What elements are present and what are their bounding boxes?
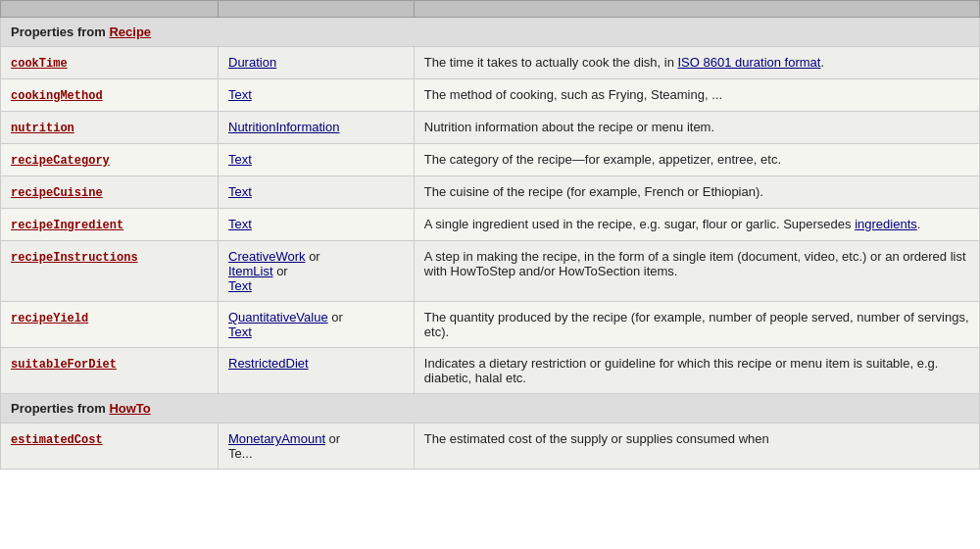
type-cell: QuantitativeValue or Text — [219, 302, 415, 348]
property-cell: recipeYield — [1, 302, 219, 348]
type-cell: Text — [219, 79, 415, 112]
type-cell: CreativeWork or ItemList or Text — [219, 241, 415, 302]
property-cell: recipeCategory — [1, 144, 219, 176]
table-row: recipeCuisineTextThe cuisine of the reci… — [1, 176, 980, 209]
property-name[interactable]: suitableForDiet — [11, 358, 117, 372]
property-name[interactable]: recipeInstructions — [11, 251, 138, 265]
type-link[interactable]: ItemList — [228, 264, 273, 278]
section-header-cell: Properties from HowTo — [1, 394, 980, 424]
table-row: nutritionNutritionInformationNutrition i… — [1, 112, 980, 144]
type-separator: or — [328, 310, 343, 324]
table-row: recipeCategoryTextThe category of the re… — [1, 144, 980, 176]
description-cell: The time it takes to actually cook the d… — [414, 47, 979, 79]
property-name[interactable]: recipeCuisine — [11, 186, 103, 200]
property-name[interactable]: cookTime — [11, 57, 68, 71]
property-cell: recipeInstructions — [1, 241, 219, 302]
type-cell: Duration — [219, 47, 415, 79]
description-cell: The cuisine of the recipe (for example, … — [414, 176, 979, 209]
property-cell: estimatedCost — [1, 424, 219, 470]
type-separator: or — [306, 249, 320, 264]
section-link[interactable]: Recipe — [109, 25, 151, 39]
description-cell: A step in making the recipe, in the form… — [414, 241, 979, 302]
table-row: suitableForDietRestrictedDietIndicates a… — [1, 348, 980, 394]
type-link[interactable]: Text — [228, 87, 252, 102]
type-link[interactable]: NutritionInformation — [228, 120, 339, 134]
property-cell: nutrition — [1, 112, 219, 144]
property-cell: recipeIngredient — [1, 209, 219, 241]
type-cell: RestrictedDiet — [219, 348, 415, 394]
description-cell: The estimated cost of the supply or supp… — [414, 424, 979, 470]
section-label: Properties from — [11, 25, 109, 39]
description-cell: A single ingredient used in the recipe, … — [414, 209, 979, 241]
type-cell: Text — [219, 209, 415, 241]
type-link[interactable]: Duration — [228, 55, 276, 70]
property-cell: cookTime — [1, 47, 219, 79]
property-name[interactable]: estimatedCost — [11, 433, 103, 447]
section-header-cell: Properties from Recipe — [1, 18, 980, 47]
type-link[interactable]: RestrictedDiet — [228, 356, 309, 371]
type-text: Te... — [228, 446, 253, 461]
header-property — [1, 1, 219, 18]
property-name[interactable]: nutrition — [11, 122, 74, 135]
property-cell: cookingMethod — [1, 79, 219, 112]
section-header: Properties from Recipe — [1, 18, 980, 47]
table-row: recipeIngredientTextA single ingredient … — [1, 209, 980, 241]
type-cell: Text — [219, 144, 415, 176]
type-link[interactable]: Text — [228, 278, 252, 293]
section-header: Properties from HowTo — [1, 394, 980, 424]
property-cell: recipeCuisine — [1, 176, 219, 209]
type-link[interactable]: Text — [228, 324, 252, 339]
property-cell: suitableForDiet — [1, 348, 219, 394]
description-cell: Nutrition information about the recipe o… — [414, 112, 979, 144]
type-link[interactable]: MonetaryAmount — [228, 431, 325, 446]
description-cell: Indicates a dietary restriction or guide… — [414, 348, 979, 394]
header-description — [414, 1, 979, 18]
type-separator: or — [273, 264, 288, 278]
header-expected-type — [219, 1, 415, 18]
description-link[interactable]: ingredients — [855, 217, 917, 231]
schema-table: Properties from RecipecookTimeDurationTh… — [0, 0, 980, 470]
description-link[interactable]: ISO 8601 duration format — [677, 55, 820, 70]
section-link[interactable]: HowTo — [109, 401, 150, 416]
table-row: cookTimeDurationThe time it takes to act… — [1, 47, 980, 79]
type-link[interactable]: Text — [228, 217, 252, 231]
type-link[interactable]: Text — [228, 184, 252, 199]
table-row: estimatedCostMonetaryAmount or Te...The … — [1, 424, 980, 470]
table-row: cookingMethodTextThe method of cooking, … — [1, 79, 980, 112]
type-cell: NutritionInformation — [219, 112, 415, 144]
section-label: Properties from — [11, 401, 109, 416]
type-link[interactable]: CreativeWork — [228, 249, 306, 264]
description-cell: The quantity produced by the recipe (for… — [414, 302, 979, 348]
type-cell: MonetaryAmount or Te... — [219, 424, 415, 470]
description-cell: The category of the recipe—for example, … — [414, 144, 979, 176]
table-row: recipeYieldQuantitativeValue or TextThe … — [1, 302, 980, 348]
property-name[interactable]: cookingMethod — [11, 89, 103, 103]
property-name[interactable]: recipeCategory — [11, 154, 110, 168]
property-name[interactable]: recipeIngredient — [11, 219, 123, 232]
property-name[interactable]: recipeYield — [11, 312, 88, 325]
type-cell: Text — [219, 176, 415, 209]
table-row: recipeInstructionsCreativeWork or ItemLi… — [1, 241, 980, 302]
type-link[interactable]: QuantitativeValue — [228, 310, 328, 324]
description-cell: The method of cooking, such as Frying, S… — [414, 79, 979, 112]
type-separator: or — [325, 431, 340, 446]
type-link[interactable]: Text — [228, 152, 252, 167]
